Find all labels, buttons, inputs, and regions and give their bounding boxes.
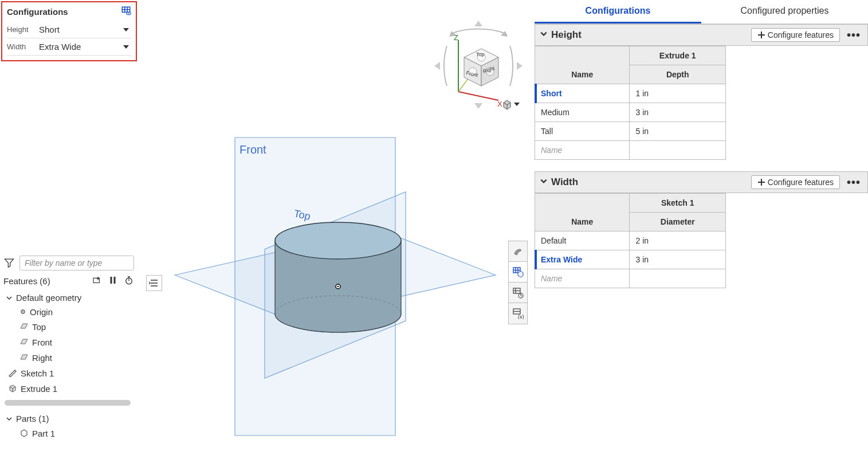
table-row[interactable]: Extra Wide 3 in bbox=[535, 250, 726, 269]
right-panel-tabs: Configurations Configured properties bbox=[535, 0, 868, 24]
section-header-width: Width Configure features ••• bbox=[535, 171, 868, 193]
tree-extrude-1[interactable]: Extrude 1 bbox=[0, 381, 138, 397]
config-label-height: Height bbox=[7, 25, 37, 34]
tab-configurations[interactable]: Configurations bbox=[535, 0, 701, 23]
configure-features-button[interactable]: Configure features bbox=[751, 28, 840, 42]
chevron-down-icon[interactable] bbox=[540, 176, 548, 188]
more-menu-button[interactable]: ••• bbox=[845, 29, 863, 42]
origin-icon bbox=[19, 307, 26, 317]
configurations-panel-title: Configurations bbox=[7, 7, 68, 17]
section-header-height: Height Configure features ••• bbox=[535, 24, 868, 46]
config-row-height: Height Short bbox=[7, 21, 131, 38]
config-value-width: Extra Wide bbox=[39, 42, 81, 52]
cell-value[interactable]: 1 in bbox=[630, 84, 726, 103]
col-header-name: Name bbox=[535, 194, 630, 231]
tree-right[interactable]: Right bbox=[0, 350, 138, 366]
cell-value[interactable]: 3 in bbox=[630, 250, 726, 269]
svg-point-5 bbox=[128, 13, 129, 14]
svg-marker-35 bbox=[474, 21, 482, 26]
cell-name[interactable]: Extra Wide bbox=[535, 250, 630, 269]
tree-sketch-1[interactable]: Sketch 1 bbox=[0, 366, 138, 381]
features-heading: Features (6) bbox=[3, 276, 50, 286]
config-table-height: Name Extrude 1 Depth Short 1 in Medium 3… bbox=[535, 46, 726, 160]
section-title-height: Height bbox=[551, 29, 582, 41]
tree-label: Right bbox=[32, 353, 52, 363]
cell-value[interactable]: 2 in bbox=[630, 231, 726, 250]
config-table-width: Name Sketch 1 Diameter Default 2 in Extr… bbox=[535, 193, 726, 288]
caret-down-icon bbox=[123, 28, 129, 32]
config-label-width: Width bbox=[7, 42, 37, 51]
svg-marker-38 bbox=[517, 62, 523, 70]
cell-value[interactable]: 3 in bbox=[630, 103, 726, 122]
configure-features-button[interactable]: Configure features bbox=[751, 175, 840, 189]
tree-label: Origin bbox=[30, 307, 53, 317]
plane-icon bbox=[19, 337, 29, 348]
chevron-down-icon bbox=[6, 295, 13, 301]
table-row-new[interactable]: Name bbox=[535, 269, 726, 288]
col-superheader-extrude: Extrude 1 bbox=[630, 46, 726, 65]
tree-label: Sketch 1 bbox=[21, 368, 54, 378]
chevron-down-icon[interactable] bbox=[540, 29, 548, 41]
tree-part-1[interactable]: Part 1 bbox=[0, 426, 138, 441]
tree-label: Top bbox=[32, 322, 46, 332]
table-row[interactable]: Medium 3 in bbox=[535, 103, 726, 122]
col-superheader-sketch: Sketch 1 bbox=[630, 194, 726, 213]
svg-marker-59 bbox=[518, 271, 523, 277]
svg-text:Top: Top bbox=[476, 52, 485, 57]
table-row[interactable]: Short 1 in bbox=[535, 84, 726, 103]
plane-icon bbox=[19, 352, 29, 363]
configure-features-label: Configure features bbox=[768, 178, 834, 187]
feature-tree: Default geometry Origin Top Front Right … bbox=[0, 289, 138, 398]
config-select-height[interactable]: Short bbox=[37, 23, 131, 36]
cell-name[interactable]: Default bbox=[535, 231, 630, 250]
cell-name[interactable]: Short bbox=[535, 84, 630, 103]
tree-origin[interactable]: Origin bbox=[0, 305, 138, 319]
cell-placeholder[interactable]: Name bbox=[535, 141, 630, 160]
sketch-icon bbox=[8, 368, 17, 379]
tree-label: Part 1 bbox=[32, 429, 55, 438]
horizontal-scrollbar[interactable] bbox=[5, 400, 131, 406]
tree-parts-heading[interactable]: Parts (1) bbox=[0, 411, 138, 426]
table-row[interactable]: Tall 5 in bbox=[535, 122, 726, 141]
tool-config-table[interactable] bbox=[509, 262, 527, 282]
tree-label: Parts (1) bbox=[16, 414, 49, 423]
extrude-icon bbox=[8, 383, 17, 394]
table-row[interactable]: Default 2 in bbox=[535, 231, 726, 250]
filter-input[interactable] bbox=[19, 256, 134, 270]
feature-tree-panel: Features (6) Default geometry Origin Top… bbox=[0, 253, 138, 442]
filter-icon[interactable] bbox=[3, 257, 15, 270]
tool-config-variable[interactable]: (x) bbox=[509, 303, 527, 324]
config-table-visibility-icon[interactable] bbox=[121, 6, 131, 18]
cell-name[interactable]: Medium bbox=[535, 103, 630, 122]
side-tool-strip: (x) bbox=[508, 241, 528, 324]
display-mode-button[interactable] bbox=[501, 99, 520, 110]
caret-down-icon bbox=[123, 45, 129, 49]
svg-marker-36 bbox=[474, 103, 482, 109]
stopwatch-icon[interactable] bbox=[124, 275, 134, 287]
cell-placeholder[interactable]: Name bbox=[535, 269, 630, 288]
tool-config-suppress[interactable] bbox=[509, 282, 527, 303]
col-header-diameter: Diameter bbox=[630, 213, 726, 231]
config-row-width: Width Extra Wide bbox=[7, 38, 131, 56]
pause-icon[interactable] bbox=[108, 275, 118, 287]
cell-value[interactable]: 5 in bbox=[630, 122, 726, 141]
config-select-width[interactable]: Extra Wide bbox=[37, 41, 131, 53]
svg-marker-37 bbox=[434, 62, 440, 70]
section-title-width: Width bbox=[551, 176, 578, 188]
tab-configured-properties[interactable]: Configured properties bbox=[701, 0, 868, 23]
tree-default-geometry[interactable]: Default geometry bbox=[0, 291, 138, 305]
svg-text:(x): (x) bbox=[518, 314, 524, 319]
tree-top[interactable]: Top bbox=[0, 319, 138, 335]
configurations-right-panel: Configurations Configured properties Hei… bbox=[535, 0, 868, 288]
svg-line-40 bbox=[458, 92, 498, 100]
cell-name[interactable]: Tall bbox=[535, 122, 630, 141]
tree-label: Extrude 1 bbox=[21, 384, 57, 394]
more-menu-button[interactable]: ••• bbox=[845, 176, 863, 189]
config-value-height: Short bbox=[39, 25, 60, 34]
table-row-new[interactable]: Name bbox=[535, 141, 726, 160]
tool-appearance[interactable] bbox=[509, 241, 527, 262]
add-feature-icon[interactable] bbox=[92, 275, 102, 287]
cell-value-empty[interactable] bbox=[630, 141, 726, 160]
tree-front[interactable]: Front bbox=[0, 335, 138, 350]
cell-value-empty[interactable] bbox=[630, 269, 726, 288]
